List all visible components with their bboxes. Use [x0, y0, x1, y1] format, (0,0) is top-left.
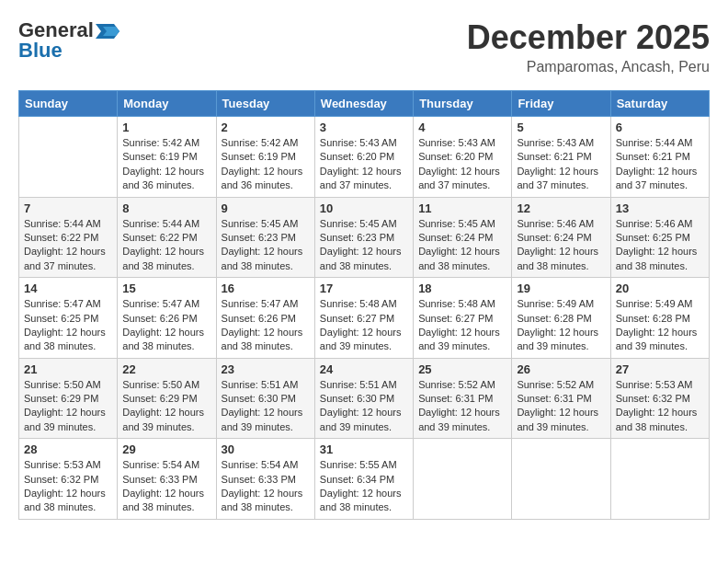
day-info: Sunrise: 5:44 AM Sunset: 6:22 PM Dayligh…: [24, 217, 112, 274]
logo: General Blue: [18, 18, 119, 63]
day-number: 1: [122, 121, 210, 134]
day-info: Sunrise: 5:42 AM Sunset: 6:19 PM Dayligh…: [222, 136, 310, 193]
calendar-cell: [610, 439, 709, 520]
day-number: 31: [320, 442, 408, 456]
calendar-cell: 27Sunrise: 5:53 AM Sunset: 6:32 PM Dayli…: [610, 358, 709, 439]
day-info: Sunrise: 5:55 AM Sunset: 6:34 PM Dayligh…: [320, 458, 408, 515]
day-info: Sunrise: 5:49 AM Sunset: 6:28 PM Dayligh…: [517, 297, 605, 354]
day-number: 17: [320, 282, 408, 295]
calendar-cell: 19Sunrise: 5:49 AM Sunset: 6:28 PM Dayli…: [512, 278, 610, 359]
day-number: 15: [122, 282, 210, 295]
day-info: Sunrise: 5:44 AM Sunset: 6:22 PM Dayligh…: [122, 217, 210, 274]
weekday-header-tuesday: Tuesday: [216, 91, 314, 117]
day-info: Sunrise: 5:52 AM Sunset: 6:31 PM Dayligh…: [418, 378, 506, 435]
week-row-1: 1Sunrise: 5:42 AM Sunset: 6:19 PM Daylig…: [19, 117, 710, 198]
calendar-cell: 24Sunrise: 5:51 AM Sunset: 6:30 PM Dayli…: [314, 358, 413, 439]
day-number: 20: [616, 282, 704, 295]
weekday-header-row: SundayMondayTuesdayWednesdayThursdayFrid…: [19, 91, 710, 117]
weekday-header-wednesday: Wednesday: [314, 91, 413, 117]
weekday-header-sunday: Sunday: [19, 91, 118, 117]
day-info: Sunrise: 5:53 AM Sunset: 6:32 PM Dayligh…: [616, 378, 704, 435]
day-number: 10: [320, 201, 408, 215]
day-info: Sunrise: 5:46 AM Sunset: 6:25 PM Dayligh…: [616, 217, 704, 274]
day-number: 23: [222, 362, 310, 376]
calendar-cell: 21Sunrise: 5:50 AM Sunset: 6:29 PM Dayli…: [19, 358, 118, 439]
day-number: 27: [616, 362, 704, 376]
day-number: 9: [222, 201, 310, 215]
day-info: Sunrise: 5:50 AM Sunset: 6:29 PM Dayligh…: [122, 378, 210, 435]
calendar-cell: 20Sunrise: 5:49 AM Sunset: 6:28 PM Dayli…: [610, 278, 709, 359]
day-info: Sunrise: 5:51 AM Sunset: 6:30 PM Dayligh…: [222, 378, 310, 435]
calendar-cell: 4Sunrise: 5:43 AM Sunset: 6:20 PM Daylig…: [414, 117, 512, 198]
calendar-cell: 11Sunrise: 5:45 AM Sunset: 6:24 PM Dayli…: [414, 197, 512, 278]
day-info: Sunrise: 5:47 AM Sunset: 6:26 PM Dayligh…: [222, 297, 310, 354]
week-row-2: 7Sunrise: 5:44 AM Sunset: 6:22 PM Daylig…: [19, 197, 710, 278]
calendar-cell: 30Sunrise: 5:54 AM Sunset: 6:33 PM Dayli…: [216, 439, 314, 520]
day-info: Sunrise: 5:43 AM Sunset: 6:20 PM Dayligh…: [320, 136, 408, 193]
day-number: 5: [517, 121, 605, 134]
calendar-cell: 2Sunrise: 5:42 AM Sunset: 6:19 PM Daylig…: [216, 117, 314, 198]
day-number: 13: [616, 201, 704, 215]
calendar-cell: 14Sunrise: 5:47 AM Sunset: 6:25 PM Dayli…: [19, 278, 118, 359]
day-info: Sunrise: 5:47 AM Sunset: 6:25 PM Dayligh…: [24, 297, 112, 354]
day-number: 25: [418, 362, 506, 376]
day-info: Sunrise: 5:47 AM Sunset: 6:26 PM Dayligh…: [122, 297, 210, 354]
day-number: 19: [517, 282, 605, 295]
day-info: Sunrise: 5:44 AM Sunset: 6:21 PM Dayligh…: [616, 136, 704, 193]
calendar-cell: [414, 439, 512, 520]
calendar-cell: [512, 439, 610, 520]
day-info: Sunrise: 5:45 AM Sunset: 6:23 PM Dayligh…: [222, 217, 310, 274]
calendar-cell: 22Sunrise: 5:50 AM Sunset: 6:29 PM Dayli…: [118, 358, 216, 439]
calendar: SundayMondayTuesdayWednesdayThursdayFrid…: [18, 90, 710, 520]
week-row-5: 28Sunrise: 5:53 AM Sunset: 6:32 PM Dayli…: [19, 439, 710, 520]
header: General Blue December 2025 Pamparomas, A…: [18, 18, 710, 75]
calendar-cell: 1Sunrise: 5:42 AM Sunset: 6:19 PM Daylig…: [118, 117, 216, 198]
week-row-3: 14Sunrise: 5:47 AM Sunset: 6:25 PM Dayli…: [19, 278, 710, 359]
calendar-cell: 13Sunrise: 5:46 AM Sunset: 6:25 PM Dayli…: [610, 197, 709, 278]
calendar-cell: 12Sunrise: 5:46 AM Sunset: 6:24 PM Dayli…: [512, 197, 610, 278]
day-number: 4: [418, 121, 506, 134]
day-number: 29: [122, 442, 210, 456]
day-number: 14: [24, 282, 112, 295]
calendar-cell: 7Sunrise: 5:44 AM Sunset: 6:22 PM Daylig…: [19, 197, 118, 278]
calendar-cell: 18Sunrise: 5:48 AM Sunset: 6:27 PM Dayli…: [414, 278, 512, 359]
day-number: 3: [320, 121, 408, 134]
week-row-4: 21Sunrise: 5:50 AM Sunset: 6:29 PM Dayli…: [19, 358, 710, 439]
day-info: Sunrise: 5:54 AM Sunset: 6:33 PM Dayligh…: [122, 458, 210, 515]
calendar-cell: 31Sunrise: 5:55 AM Sunset: 6:34 PM Dayli…: [314, 439, 413, 520]
day-info: Sunrise: 5:54 AM Sunset: 6:33 PM Dayligh…: [222, 458, 310, 515]
day-number: 16: [222, 282, 310, 295]
calendar-cell: 15Sunrise: 5:47 AM Sunset: 6:26 PM Dayli…: [118, 278, 216, 359]
calendar-cell: 26Sunrise: 5:52 AM Sunset: 6:31 PM Dayli…: [512, 358, 610, 439]
day-number: 12: [517, 201, 605, 215]
day-info: Sunrise: 5:48 AM Sunset: 6:27 PM Dayligh…: [418, 297, 506, 354]
calendar-cell: 3Sunrise: 5:43 AM Sunset: 6:20 PM Daylig…: [314, 117, 413, 198]
day-info: Sunrise: 5:48 AM Sunset: 6:27 PM Dayligh…: [320, 297, 408, 354]
day-number: 22: [122, 362, 210, 376]
weekday-header-monday: Monday: [118, 91, 216, 117]
day-number: 18: [418, 282, 506, 295]
weekday-header-friday: Friday: [512, 91, 610, 117]
day-info: Sunrise: 5:53 AM Sunset: 6:32 PM Dayligh…: [24, 458, 112, 515]
calendar-cell: 28Sunrise: 5:53 AM Sunset: 6:32 PM Dayli…: [19, 439, 118, 520]
day-info: Sunrise: 5:46 AM Sunset: 6:24 PM Dayligh…: [517, 217, 605, 274]
day-info: Sunrise: 5:49 AM Sunset: 6:28 PM Dayligh…: [616, 297, 704, 354]
day-number: 6: [616, 121, 704, 134]
day-info: Sunrise: 5:52 AM Sunset: 6:31 PM Dayligh…: [517, 378, 605, 435]
day-info: Sunrise: 5:45 AM Sunset: 6:24 PM Dayligh…: [418, 217, 506, 274]
day-number: 24: [320, 362, 408, 376]
logo-blue: Blue: [18, 39, 63, 63]
calendar-cell: 6Sunrise: 5:44 AM Sunset: 6:21 PM Daylig…: [610, 117, 709, 198]
weekday-header-saturday: Saturday: [610, 91, 709, 117]
day-number: 21: [24, 362, 112, 376]
day-number: 2: [222, 121, 310, 134]
calendar-cell: 23Sunrise: 5:51 AM Sunset: 6:30 PM Dayli…: [216, 358, 314, 439]
calendar-cell: [19, 117, 118, 198]
weekday-header-thursday: Thursday: [414, 91, 512, 117]
calendar-cell: 17Sunrise: 5:48 AM Sunset: 6:27 PM Dayli…: [314, 278, 413, 359]
day-info: Sunrise: 5:43 AM Sunset: 6:21 PM Dayligh…: [517, 136, 605, 193]
calendar-cell: 8Sunrise: 5:44 AM Sunset: 6:22 PM Daylig…: [118, 197, 216, 278]
day-info: Sunrise: 5:43 AM Sunset: 6:20 PM Dayligh…: [418, 136, 506, 193]
location: Pamparomas, Ancash, Peru: [467, 59, 710, 75]
day-number: 30: [222, 442, 310, 456]
